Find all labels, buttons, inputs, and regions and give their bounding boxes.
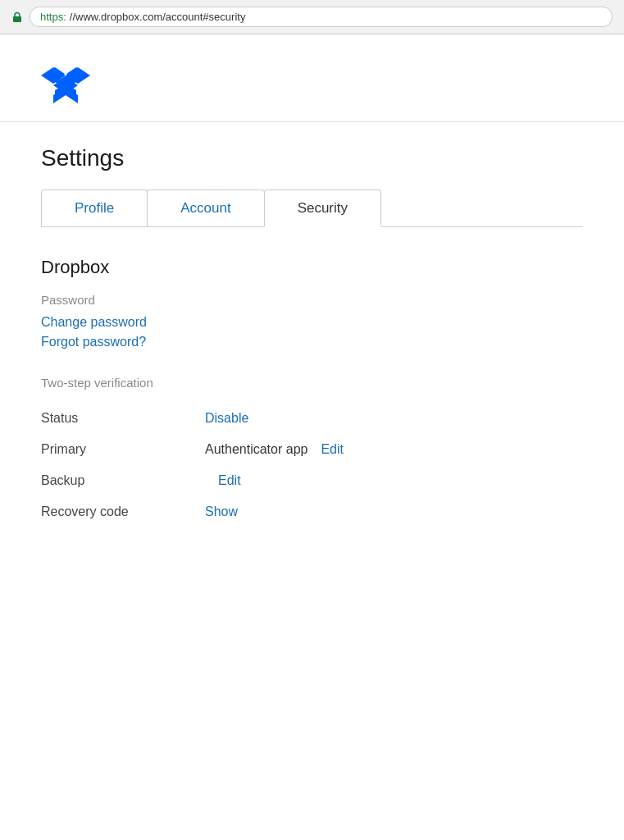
url-bar[interactable]: https: //www.dropbox.com/account#securit…: [30, 7, 613, 27]
dropbox-logo-icon: [41, 66, 90, 107]
header-divider: [0, 121, 624, 122]
url-https: https:: [40, 11, 66, 23]
tab-profile[interactable]: Profile: [41, 189, 148, 226]
change-password-link[interactable]: Change password: [41, 315, 583, 330]
tabs-container: Profile Account Security: [41, 189, 583, 227]
url-rest: //www.dropbox.com/account#security: [70, 11, 246, 23]
backup-row: Backup Edit: [41, 465, 583, 496]
two-step-label: Two-step verification: [41, 376, 583, 390]
primary-row-label: Primary: [41, 442, 205, 457]
svg-rect-0: [13, 16, 21, 22]
primary-row: Primary Authenticator app Edit: [41, 434, 583, 465]
status-row-label: Status: [41, 411, 205, 426]
primary-value-text: Authenticator app: [205, 442, 307, 457]
recovery-code-value: Show: [205, 504, 238, 519]
primary-edit-link[interactable]: Edit: [321, 442, 344, 457]
page-content: Settings Profile Account Security Dropbo…: [0, 34, 624, 544]
page-title: Settings: [41, 145, 583, 171]
show-link[interactable]: Show: [205, 504, 238, 519]
dropbox-section-heading: Dropbox: [41, 257, 583, 278]
logo-area: [41, 51, 583, 121]
primary-row-value: Authenticator app Edit: [205, 442, 344, 457]
password-label: Password: [41, 293, 583, 307]
disable-link[interactable]: Disable: [205, 411, 248, 426]
backup-row-value: Edit: [205, 473, 241, 488]
lock-icon: [11, 11, 23, 23]
tab-account[interactable]: Account: [147, 189, 264, 226]
backup-row-label: Backup: [41, 473, 205, 488]
status-row: Status Disable: [41, 403, 583, 434]
two-step-section: Two-step verification Status Disable Pri…: [41, 376, 583, 527]
tab-security[interactable]: Security: [264, 189, 381, 227]
recovery-code-row: Recovery code Show: [41, 496, 583, 527]
recovery-code-label: Recovery code: [41, 504, 205, 519]
backup-edit-link[interactable]: Edit: [218, 473, 241, 488]
browser-bar: https: //www.dropbox.com/account#securit…: [0, 0, 624, 34]
forgot-password-link[interactable]: Forgot password?: [41, 335, 583, 349]
status-row-value: Disable: [205, 411, 248, 426]
